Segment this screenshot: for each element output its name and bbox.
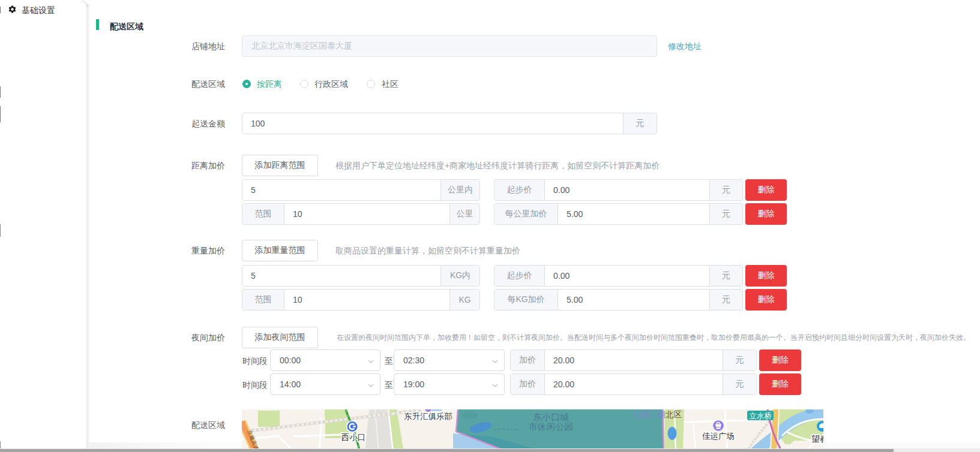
svg-text:立水桥: 立水桥 (749, 412, 772, 420)
svg-text:佳运广场: 佳运广场 (702, 432, 735, 441)
svg-text:望春园: 望春园 (811, 434, 823, 444)
svg-text:东升汇俱乐部: 东升汇俱乐部 (404, 412, 452, 421)
svg-text:市休闲公园: 市休闲公园 (529, 421, 574, 432)
svg-text:公园二期北区: 公园二期北区 (633, 410, 682, 419)
svg-text:西小口: 西小口 (341, 433, 366, 442)
svg-text:东小口城: 东小口城 (533, 412, 569, 422)
